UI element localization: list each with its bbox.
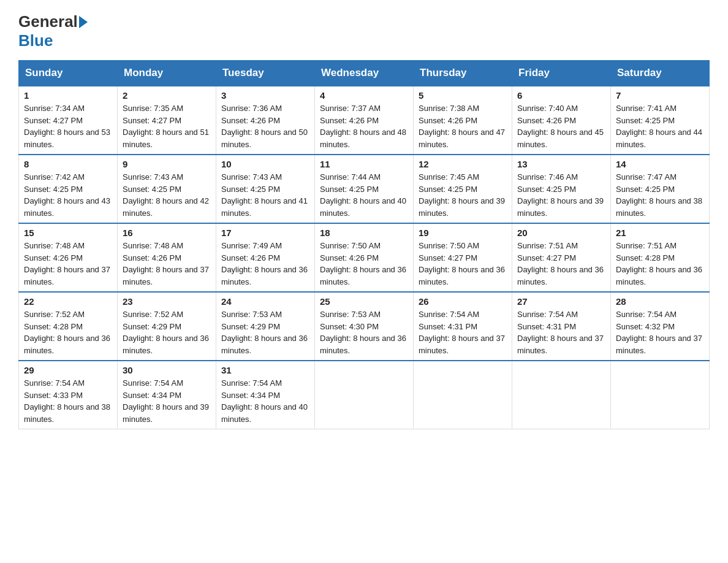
calendar-day-cell: 5 Sunrise: 7:38 AMSunset: 4:26 PMDayligh… [414, 86, 512, 155]
day-number: 12 [419, 159, 507, 169]
calendar-week-row: 29 Sunrise: 7:54 AMSunset: 4:33 PMDaylig… [19, 361, 710, 429]
calendar-day-cell: 18 Sunrise: 7:50 AMSunset: 4:26 PMDaylig… [315, 223, 414, 292]
day-info: Sunrise: 7:52 AMSunset: 4:28 PMDaylight:… [24, 310, 110, 355]
calendar-day-cell: 12 Sunrise: 7:45 AMSunset: 4:25 PMDaylig… [414, 155, 512, 223]
day-number: 24 [221, 296, 309, 307]
day-number: 3 [221, 90, 309, 101]
day-number: 17 [221, 228, 309, 238]
day-info: Sunrise: 7:37 AMSunset: 4:26 PMDaylight:… [320, 104, 406, 149]
day-number: 10 [221, 159, 309, 169]
calendar-day-cell: 14 Sunrise: 7:47 AMSunset: 4:25 PMDaylig… [611, 155, 710, 223]
day-info: Sunrise: 7:53 AMSunset: 4:30 PMDaylight:… [320, 310, 406, 355]
calendar-day-cell: 27 Sunrise: 7:54 AMSunset: 4:31 PMDaylig… [512, 292, 611, 361]
calendar-day-cell: 25 Sunrise: 7:53 AMSunset: 4:30 PMDaylig… [315, 292, 414, 361]
day-info: Sunrise: 7:46 AMSunset: 4:25 PMDaylight:… [517, 172, 604, 218]
day-info: Sunrise: 7:51 AMSunset: 4:28 PMDaylight:… [616, 241, 702, 286]
calendar-day-cell: 6 Sunrise: 7:40 AMSunset: 4:26 PMDayligh… [512, 86, 611, 155]
empty-day-cell [315, 361, 414, 429]
day-info: Sunrise: 7:42 AMSunset: 4:25 PMDaylight:… [24, 172, 110, 218]
day-info: Sunrise: 7:54 AMSunset: 4:31 PMDaylight:… [517, 310, 604, 355]
day-info: Sunrise: 7:51 AMSunset: 4:27 PMDaylight:… [517, 241, 604, 286]
day-number: 15 [24, 228, 112, 238]
day-number: 8 [24, 159, 112, 169]
day-info: Sunrise: 7:50 AMSunset: 4:26 PMDaylight:… [320, 241, 406, 286]
day-number: 23 [123, 296, 211, 307]
day-number: 20 [517, 228, 605, 238]
day-info: Sunrise: 7:35 AMSunset: 4:27 PMDaylight:… [123, 104, 209, 149]
day-info: Sunrise: 7:45 AMSunset: 4:25 PMDaylight:… [419, 172, 505, 218]
logo-arrow-icon [79, 16, 88, 28]
day-number: 29 [24, 365, 112, 375]
calendar-day-cell: 21 Sunrise: 7:51 AMSunset: 4:28 PMDaylig… [611, 223, 710, 292]
day-info: Sunrise: 7:54 AMSunset: 4:34 PMDaylight:… [221, 378, 308, 424]
calendar-day-cell: 11 Sunrise: 7:44 AMSunset: 4:25 PMDaylig… [315, 155, 414, 223]
day-info: Sunrise: 7:41 AMSunset: 4:25 PMDaylight:… [616, 104, 702, 149]
day-info: Sunrise: 7:34 AMSunset: 4:27 PMDaylight:… [24, 104, 110, 149]
day-number: 28 [616, 296, 704, 307]
day-number: 22 [24, 296, 112, 307]
page-header: General Blue [18, 12, 710, 50]
calendar-day-cell: 30 Sunrise: 7:54 AMSunset: 4:34 PMDaylig… [118, 361, 216, 429]
calendar-day-cell: 29 Sunrise: 7:54 AMSunset: 4:33 PMDaylig… [19, 361, 118, 429]
weekday-header-thursday: Thursday [414, 61, 512, 86]
day-info: Sunrise: 7:53 AMSunset: 4:29 PMDaylight:… [221, 310, 308, 355]
weekday-header-monday: Monday [118, 61, 216, 86]
day-number: 21 [616, 228, 704, 238]
calendar-day-cell: 28 Sunrise: 7:54 AMSunset: 4:32 PMDaylig… [611, 292, 710, 361]
calendar-day-cell: 22 Sunrise: 7:52 AMSunset: 4:28 PMDaylig… [19, 292, 118, 361]
calendar-day-cell: 15 Sunrise: 7:48 AMSunset: 4:26 PMDaylig… [19, 223, 118, 292]
day-number: 9 [123, 159, 211, 169]
day-info: Sunrise: 7:54 AMSunset: 4:33 PMDaylight:… [24, 378, 110, 424]
logo-general-text: General [18, 12, 78, 31]
weekday-header-tuesday: Tuesday [216, 61, 315, 86]
day-number: 13 [517, 159, 605, 169]
calendar-week-row: 22 Sunrise: 7:52 AMSunset: 4:28 PMDaylig… [19, 292, 710, 361]
calendar-table: SundayMondayTuesdayWednesdayThursdayFrid… [18, 60, 710, 429]
day-number: 14 [616, 159, 704, 169]
day-info: Sunrise: 7:48 AMSunset: 4:26 PMDaylight:… [24, 241, 110, 286]
day-info: Sunrise: 7:38 AMSunset: 4:26 PMDaylight:… [419, 104, 505, 149]
calendar-day-cell: 9 Sunrise: 7:43 AMSunset: 4:25 PMDayligh… [118, 155, 216, 223]
day-number: 27 [517, 296, 605, 307]
weekday-header-row: SundayMondayTuesdayWednesdayThursdayFrid… [19, 61, 710, 86]
empty-day-cell [611, 361, 710, 429]
day-number: 25 [320, 296, 408, 307]
weekday-header-friday: Friday [512, 61, 611, 86]
weekday-header-sunday: Sunday [19, 61, 118, 86]
day-info: Sunrise: 7:50 AMSunset: 4:27 PMDaylight:… [419, 241, 505, 286]
calendar-week-row: 8 Sunrise: 7:42 AMSunset: 4:25 PMDayligh… [19, 155, 710, 223]
calendar-day-cell: 7 Sunrise: 7:41 AMSunset: 4:25 PMDayligh… [611, 86, 710, 155]
day-number: 7 [616, 90, 704, 101]
day-info: Sunrise: 7:47 AMSunset: 4:25 PMDaylight:… [616, 172, 702, 218]
logo: General Blue [18, 12, 89, 50]
day-info: Sunrise: 7:48 AMSunset: 4:26 PMDaylight:… [123, 241, 209, 286]
empty-day-cell [512, 361, 611, 429]
day-number: 30 [123, 365, 211, 375]
calendar-day-cell: 2 Sunrise: 7:35 AMSunset: 4:27 PMDayligh… [118, 86, 216, 155]
calendar-day-cell: 19 Sunrise: 7:50 AMSunset: 4:27 PMDaylig… [414, 223, 512, 292]
day-number: 1 [24, 90, 112, 101]
day-info: Sunrise: 7:52 AMSunset: 4:29 PMDaylight:… [123, 310, 209, 355]
calendar-day-cell: 17 Sunrise: 7:49 AMSunset: 4:26 PMDaylig… [216, 223, 315, 292]
calendar-day-cell: 16 Sunrise: 7:48 AMSunset: 4:26 PMDaylig… [118, 223, 216, 292]
day-info: Sunrise: 7:43 AMSunset: 4:25 PMDaylight:… [123, 172, 209, 218]
day-number: 4 [320, 90, 408, 101]
day-number: 19 [419, 228, 507, 238]
calendar-day-cell: 31 Sunrise: 7:54 AMSunset: 4:34 PMDaylig… [216, 361, 315, 429]
day-number: 26 [419, 296, 507, 307]
calendar-week-row: 15 Sunrise: 7:48 AMSunset: 4:26 PMDaylig… [19, 223, 710, 292]
calendar-day-cell: 1 Sunrise: 7:34 AMSunset: 4:27 PMDayligh… [19, 86, 118, 155]
day-number: 31 [221, 365, 309, 375]
weekday-header-saturday: Saturday [611, 61, 710, 86]
day-info: Sunrise: 7:44 AMSunset: 4:25 PMDaylight:… [320, 172, 406, 218]
day-info: Sunrise: 7:43 AMSunset: 4:25 PMDaylight:… [221, 172, 308, 218]
calendar-day-cell: 23 Sunrise: 7:52 AMSunset: 4:29 PMDaylig… [118, 292, 216, 361]
day-info: Sunrise: 7:54 AMSunset: 4:32 PMDaylight:… [616, 310, 702, 355]
calendar-day-cell: 3 Sunrise: 7:36 AMSunset: 4:26 PMDayligh… [216, 86, 315, 155]
calendar-week-row: 1 Sunrise: 7:34 AMSunset: 4:27 PMDayligh… [19, 86, 710, 155]
calendar-day-cell: 10 Sunrise: 7:43 AMSunset: 4:25 PMDaylig… [216, 155, 315, 223]
weekday-header-wednesday: Wednesday [315, 61, 414, 86]
calendar-day-cell: 13 Sunrise: 7:46 AMSunset: 4:25 PMDaylig… [512, 155, 611, 223]
day-info: Sunrise: 7:54 AMSunset: 4:31 PMDaylight:… [419, 310, 505, 355]
day-number: 18 [320, 228, 408, 238]
